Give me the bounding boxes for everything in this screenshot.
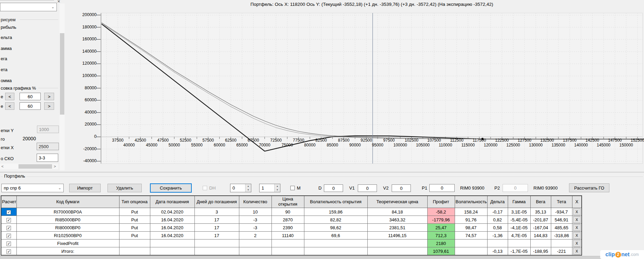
cell-code: RI102500BP0 xyxy=(16,232,119,239)
column-header-12[interactable]: Дельта xyxy=(487,196,508,208)
spinner-1[interactable]: 0 ▲▼ xyxy=(230,184,251,192)
save-button[interactable]: Сохранить xyxy=(150,183,192,193)
table-hscrollbar[interactable] xyxy=(0,256,644,259)
axis-tick-label: 60000 xyxy=(77,98,97,102)
axis-tick-label: 97500 xyxy=(379,138,399,143)
column-header-15[interactable]: Тета xyxy=(551,196,572,208)
table-row[interactable]: ✓RI80000BP0Put16.04.202017-3239098,62238… xyxy=(1,224,582,232)
cell-volatility: 74,57 xyxy=(455,232,487,239)
row-checkbox[interactable]: ✓ xyxy=(7,249,11,254)
portfolio-preset-dropdown[interactable]: пр спр 6 ⌄ xyxy=(1,184,64,192)
axis-tick-label: 152500 xyxy=(628,138,644,143)
axis-tick-label: 145000 xyxy=(594,143,613,147)
column-header-1[interactable]: Расчет xyxy=(1,196,16,208)
table-row[interactable]: ✓RI70000BP0APut02.04.202031090159,8684,1… xyxy=(1,208,582,216)
column-header-9[interactable]: Теоретическая цена xyxy=(367,196,427,208)
table-row[interactable]: ✓RI85000BP0Put16.04.202017-3287082,82346… xyxy=(1,216,582,224)
portfolio-preset-value: пр спр 6 xyxy=(4,185,21,191)
splitter[interactable] xyxy=(0,172,644,173)
cell-volatility: 91,76 xyxy=(455,216,487,224)
cell-date: 16.04.2020 xyxy=(150,232,194,239)
axis-tick-label: 80000 xyxy=(300,143,319,147)
m-checkbox[interactable] xyxy=(290,186,295,190)
spinner-arrows[interactable]: ▲▼ xyxy=(274,184,280,192)
cell-x: X xyxy=(572,239,582,247)
axis-tick-label: 62500 xyxy=(221,138,240,143)
axis-tick-label: 107500 xyxy=(425,138,444,143)
cell-x: X xyxy=(572,247,582,256)
table-row[interactable]: ✓Итого:1079,61-0,13-1,7E-05-188,95-221X xyxy=(1,247,582,256)
spinner-arrows[interactable]: ▲▼ xyxy=(245,184,251,192)
column-header-8[interactable]: Волатильность открытия xyxy=(304,196,367,208)
column-header-7[interactable]: Цена открытия xyxy=(272,196,304,208)
row-checkbox[interactable]: ✓ xyxy=(7,218,11,222)
row-checkbox[interactable]: ✓ xyxy=(7,234,11,238)
axis-tick-label: 0 xyxy=(77,134,97,139)
rim2-label: RIM0 93900 xyxy=(533,185,558,191)
row-checkbox[interactable]: ✓ xyxy=(7,242,11,246)
calc-go-button[interactable]: Рассчитать ГО xyxy=(569,183,609,192)
axis-tick-label: 77500 xyxy=(289,138,308,143)
delete-row-button[interactable]: X xyxy=(573,240,581,247)
dh-checkbox[interactable] xyxy=(203,186,207,190)
table-row[interactable]: ✓FixedProfit2180X xyxy=(1,239,582,247)
axis-tick-label: 95000 xyxy=(368,143,387,147)
axis-tick-label: 72500 xyxy=(266,138,286,143)
delete-row-button[interactable]: X xyxy=(573,216,581,223)
spin-down-icon[interactable]: ▼ xyxy=(245,188,251,192)
column-header-14[interactable]: Вега xyxy=(530,196,551,208)
column-header-4[interactable]: Дата погашения xyxy=(150,196,194,208)
axis-tick-label: 120000 xyxy=(77,61,97,66)
cell-volatility xyxy=(455,247,487,256)
axis-tick-label: 180000 xyxy=(77,25,97,29)
axis-tick-label: 45000 xyxy=(142,143,161,147)
column-header-10[interactable]: Профит xyxy=(427,196,455,208)
cell-theo_price: 84,18 xyxy=(367,208,427,216)
cell-open_price: 11140 xyxy=(272,232,304,239)
delete-row-button[interactable]: X xyxy=(573,224,581,231)
axis-tick-label: 160000 xyxy=(77,37,97,41)
cell-theta: 546,91 xyxy=(551,216,572,224)
cell-code: FixedProfit xyxy=(16,239,119,247)
v2-input[interactable]: 0 xyxy=(392,184,411,192)
import-button[interactable]: Импорт xyxy=(69,184,101,192)
spin-up-icon[interactable]: ▲ xyxy=(275,184,280,188)
spinner-1-value: 0 xyxy=(230,184,245,192)
column-header-16[interactable]: X xyxy=(572,196,582,208)
rim1-label: RIM0 93900 xyxy=(460,185,484,191)
delete-row-button[interactable]: X xyxy=(573,232,581,239)
spin-up-icon[interactable]: ▲ xyxy=(245,184,251,188)
table-row[interactable]: ✓RI102500BP0Put16.04.20201721114069,6114… xyxy=(1,232,582,239)
v1-input[interactable]: 0 xyxy=(358,184,377,192)
row-checkbox[interactable]: ✓ xyxy=(7,210,11,215)
cell-code: Итого: xyxy=(16,247,119,256)
spin-down-icon[interactable]: ▼ xyxy=(275,188,280,192)
chart-canvas[interactable] xyxy=(0,0,644,172)
column-header-11[interactable]: Волатильность xyxy=(455,196,487,208)
cell-qty: 2 xyxy=(239,232,272,239)
pnl-chart[interactable]: 2000001800001600001400001200001000008000… xyxy=(0,0,644,172)
cell-theo_price: 3463,32 xyxy=(367,216,427,224)
delete-button[interactable]: Удалить xyxy=(108,184,142,192)
axis-tick-label: 90000 xyxy=(345,143,365,147)
column-header-5[interactable]: Дней до погашения xyxy=(194,196,239,208)
p1-input[interactable]: 0 xyxy=(429,184,455,192)
delete-row-button[interactable]: X xyxy=(573,248,581,255)
spinner-2[interactable]: 1 ▲▼ xyxy=(259,184,280,192)
p2-label: P2 xyxy=(494,185,500,191)
cell-gamma xyxy=(508,239,530,247)
delete-row-button[interactable]: X xyxy=(573,208,581,215)
row-checkbox[interactable]: ✓ xyxy=(7,226,11,230)
column-header-2[interactable]: Код бумаги xyxy=(16,196,119,208)
cell-delta xyxy=(487,239,508,247)
column-header-3[interactable]: Тип опциона xyxy=(119,196,150,208)
axis-tick-label: 127500 xyxy=(515,138,534,143)
cell-open_price xyxy=(272,239,304,247)
axis-tick-label: 52500 xyxy=(176,138,195,143)
column-header-13[interactable]: Гамма xyxy=(508,196,530,208)
cell-qty: -3 xyxy=(239,224,272,232)
cell-volatility xyxy=(455,239,487,247)
p2-input[interactable]: 0 xyxy=(503,184,528,192)
column-header-6[interactable]: Количество xyxy=(239,196,272,208)
d-input[interactable]: 0 xyxy=(324,184,343,192)
